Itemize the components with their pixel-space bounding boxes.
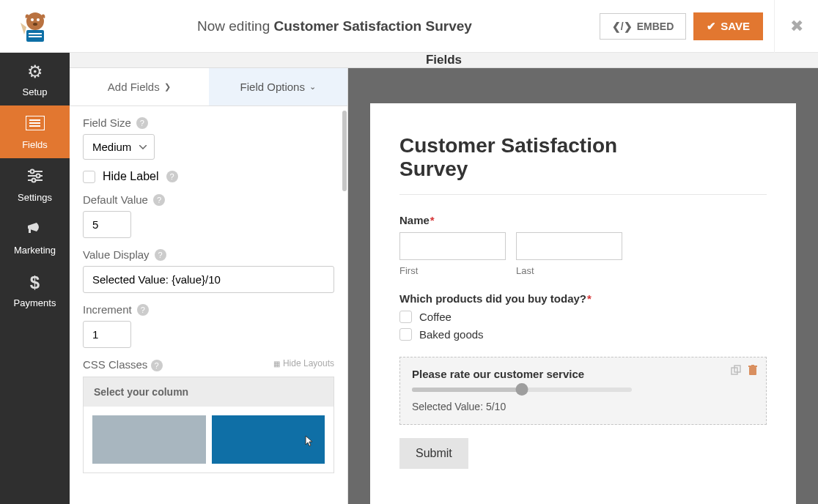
help-icon[interactable]: ? xyxy=(155,249,166,261)
baked-label: Baked goods xyxy=(419,328,484,341)
products-label: Which products did you buy today? xyxy=(399,292,586,305)
svg-rect-6 xyxy=(29,36,42,37)
duplicate-icon[interactable] xyxy=(731,365,741,377)
gear-icon: ⚙ xyxy=(27,62,43,82)
value-display-label: Value Display xyxy=(83,248,150,261)
nav-setup[interactable]: ⚙ Setup xyxy=(0,53,70,105)
increment-input[interactable] xyxy=(83,321,131,348)
field-size-label: Field Size xyxy=(83,116,131,129)
svg-point-2 xyxy=(37,18,40,21)
help-icon[interactable]: ? xyxy=(151,360,163,371)
hide-layouts-link[interactable]: ▦ Hide Layouts xyxy=(273,358,334,368)
last-name-input[interactable] xyxy=(516,232,622,260)
svg-rect-5 xyxy=(29,33,42,34)
fields-header: Fields xyxy=(70,53,818,68)
svg-point-3 xyxy=(33,23,37,26)
main-nav: ⚙ Setup Fields Settings Marketing $ Paym… xyxy=(0,53,70,504)
last-sublabel: Last xyxy=(516,265,622,276)
css-classes-label: CSS Classes xyxy=(83,358,147,371)
column-option-1[interactable] xyxy=(92,415,206,464)
svg-rect-20 xyxy=(749,367,756,375)
svg-point-14 xyxy=(36,174,40,177)
svg-point-12 xyxy=(30,169,34,173)
logo[interactable] xyxy=(0,8,70,45)
options-panel: Add Fields ❯ Field Options ⌄ Field Size … xyxy=(70,68,348,504)
rating-value-text: Selected Value: 5/10 xyxy=(412,401,754,412)
tab-field-options[interactable]: Field Options ⌄ xyxy=(209,68,348,105)
wpforms-logo-icon xyxy=(17,8,54,45)
products-field[interactable]: Which products did you buy today?* Coffe… xyxy=(399,292,767,341)
increment-label: Increment xyxy=(83,303,132,316)
nav-payments[interactable]: $ Payments xyxy=(0,264,70,316)
save-button[interactable]: ✔ SAVE xyxy=(693,12,763,40)
name-label: Name xyxy=(399,214,430,226)
help-icon[interactable]: ? xyxy=(136,117,148,129)
nav-fields[interactable]: Fields xyxy=(0,105,70,158)
help-icon[interactable]: ? xyxy=(137,304,149,316)
preview-panel: Customer Satisfaction Survey Name* First xyxy=(348,68,818,504)
form-preview: Customer Satisfaction Survey Name* First xyxy=(370,103,796,504)
first-sublabel: First xyxy=(399,265,506,276)
select-column-header: Select your column xyxy=(84,377,334,407)
default-value-label: Default Value xyxy=(83,193,148,206)
hide-label-text: Hide Label xyxy=(103,170,159,183)
close-button[interactable]: ✖ xyxy=(774,0,818,53)
form-icon xyxy=(26,114,45,135)
baked-checkbox[interactable] xyxy=(399,328,412,341)
dollar-icon: $ xyxy=(30,273,40,293)
rating-label: Please rate our customer service xyxy=(412,368,754,380)
hide-label-checkbox[interactable] xyxy=(83,171,95,183)
column-option-2[interactable] xyxy=(212,415,325,464)
code-icon: ❮/❯ xyxy=(612,21,633,32)
slider-fill xyxy=(412,388,522,392)
required-mark: * xyxy=(587,292,592,305)
first-name-input[interactable] xyxy=(399,232,506,260)
chevron-right-icon: ❯ xyxy=(164,82,171,92)
required-mark: * xyxy=(430,214,435,226)
tab-add-fields[interactable]: Add Fields ❯ xyxy=(70,68,209,105)
chevron-down-icon: ⌄ xyxy=(309,82,316,92)
sliders-icon xyxy=(26,167,44,188)
page-title: Now editing Customer Satisfaction Survey xyxy=(70,18,600,34)
field-size-select[interactable]: Medium xyxy=(83,134,155,160)
embed-button[interactable]: ❮/❯ EMBED xyxy=(600,13,686,40)
form-title: Customer Satisfaction Survey xyxy=(399,134,634,181)
form-name: Customer Satisfaction Survey xyxy=(274,18,472,34)
nav-settings[interactable]: Settings xyxy=(0,158,70,211)
svg-point-0 xyxy=(26,12,44,30)
svg-point-1 xyxy=(31,18,34,21)
nav-marketing[interactable]: Marketing xyxy=(0,211,70,264)
default-value-input[interactable] xyxy=(83,211,131,238)
cursor-icon xyxy=(303,434,314,451)
coffee-label: Coffee xyxy=(419,311,452,323)
divider xyxy=(399,194,767,195)
rating-field-selected[interactable]: Please rate our customer service Selecte… xyxy=(399,357,767,425)
close-icon: ✖ xyxy=(790,17,803,36)
help-icon[interactable]: ? xyxy=(166,171,178,182)
svg-point-16 xyxy=(32,178,35,182)
svg-rect-21 xyxy=(748,366,757,367)
scrollbar-thumb[interactable] xyxy=(342,111,347,191)
rating-slider[interactable] xyxy=(412,388,632,392)
grid-icon: ▦ xyxy=(273,360,280,368)
svg-rect-22 xyxy=(751,365,754,366)
svg-rect-17 xyxy=(29,229,31,233)
name-field[interactable]: Name* First Last xyxy=(399,214,767,276)
value-display-input[interactable] xyxy=(83,266,334,293)
slider-thumb[interactable] xyxy=(516,383,528,396)
coffee-checkbox[interactable] xyxy=(399,311,412,323)
delete-icon[interactable] xyxy=(748,365,757,377)
now-editing-label: Now editing xyxy=(197,18,270,34)
top-actions: ❮/❯ EMBED ✔ SAVE xyxy=(600,12,774,40)
submit-button[interactable]: Submit xyxy=(399,438,468,469)
bullhorn-icon xyxy=(26,220,44,240)
top-bar: Now editing Customer Satisfaction Survey… xyxy=(0,0,818,53)
help-icon[interactable]: ? xyxy=(153,194,165,206)
check-icon: ✔ xyxy=(707,20,716,33)
